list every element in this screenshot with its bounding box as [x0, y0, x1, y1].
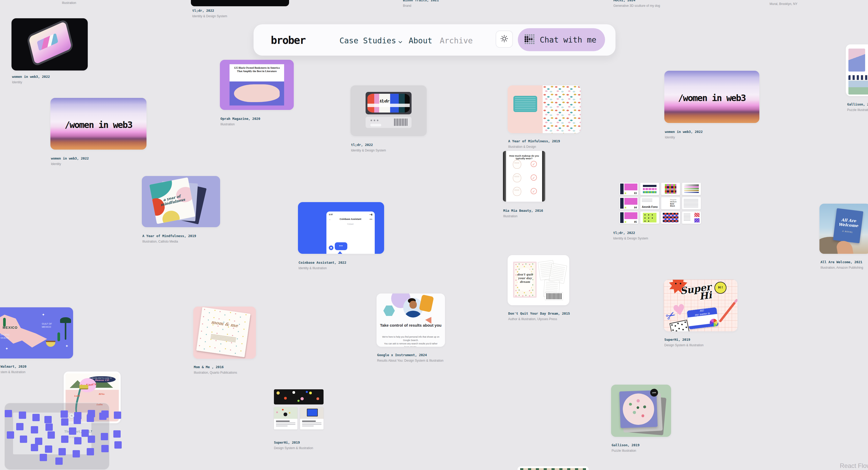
slide-text-layout: [682, 197, 701, 210]
project-card-mia-mia-beauty[interactable]: How much makeup do you typically wear? ✓…: [503, 151, 546, 202]
card-label-illustration: Illustration: [62, 1, 76, 5]
project-card-oprah-magazine[interactable]: 125 Black-Owned Bookstores in America Th…: [220, 60, 294, 110]
nav-link-about[interactable]: About: [409, 36, 432, 45]
project-card-mindfulness-book[interactable]: a year of mindfulness: [142, 176, 220, 227]
pen-sticker: [719, 301, 736, 322]
card-title[interactable]: Oprah Magazine, 2020: [220, 117, 260, 121]
minimap-node: [45, 445, 52, 453]
project-card-women-in-web3-gradient[interactable]: /women in web3: [51, 98, 147, 150]
pennant-strip: [520, 468, 586, 470]
project-card-women-in-web3-phone[interactable]: [11, 18, 88, 70]
van-illustration: [80, 385, 88, 389]
project-card-mom-and-me[interactable]: mom & me: [193, 307, 256, 359]
card-title[interactable]: Walmart, 2020: [1, 365, 26, 369]
card-title[interactable]: Mia Mia Beauty, 2016: [503, 209, 543, 213]
card-title[interactable]: women in web3, 2022: [51, 156, 89, 160]
minimap-node: [113, 430, 121, 438]
card-subtitle: Identity & Illustration: [299, 266, 346, 270]
minimap-node: [82, 430, 89, 437]
slide-typeface-name: Aeonik Fono: [640, 197, 659, 210]
project-card-tldr-top-sliver[interactable]: [191, 0, 289, 6]
dot-grid-icon: [524, 33, 535, 46]
minimap-node: [20, 436, 27, 443]
project-card-dont-quit[interactable]: don't quit your day dream: [508, 255, 569, 305]
card-label-year-of-minfulness: A Year of Minfulness, 2019 Illustration …: [508, 139, 560, 149]
card-title[interactable]: Coinbase Assistant, 2022: [299, 260, 346, 264]
card-title[interactable]: women in web3, 2022: [665, 130, 703, 134]
iphone-mockup: [26, 19, 74, 67]
minimap-node: [61, 418, 68, 426]
card-subtitle: Illustration, Quarto Publications: [194, 371, 237, 374]
card-label-gallison-right: Gallison, 2019 Puzzle Illustration: [847, 102, 868, 112]
sparkle: ✦: [42, 313, 45, 317]
nav-link-archive[interactable]: Archive: [440, 36, 473, 45]
chat-button-label: Chat with me: [540, 35, 596, 44]
card-subtitle: Author & Illustration, Ulysses Press: [508, 317, 570, 321]
react-flow-attribution[interactable]: React Flow: [840, 462, 868, 469]
card-title[interactable]: SuperHi, 2019: [664, 338, 704, 342]
project-card-superhi-site[interactable]: [274, 389, 323, 434]
slide-typography-cover: 04: [619, 197, 638, 210]
project-card-all-are-welcome[interactable]: All Are Welcome A NOVEL: [819, 203, 868, 254]
card-subtitle: Illustration: [62, 1, 76, 5]
project-card-walmart-mexico[interactable]: MEXICO GULF OF MEXICO PACIFIC OCEAN ✦ ✦ …: [0, 307, 73, 358]
map-gulf-label: GULF OF MEXICO: [42, 322, 57, 328]
navbar: brober Case Studies About Archive: [253, 24, 616, 56]
project-card-coinbase-assistant[interactable]: 3:57 ▪▪▮ ← Coinbase Assistant ••• TODAY …: [298, 202, 384, 254]
chat-with-me-button[interactable]: Chat with me: [518, 28, 605, 51]
slide-pattern-mosaic: [661, 212, 680, 224]
card-title[interactable]: Google x Instrument, 2024: [377, 353, 443, 357]
card-label-tldr-top: tl;dr, 2022 Identity & Design System: [192, 9, 227, 18]
card-subtitle: Design System & Illustration: [664, 343, 704, 347]
minimap-node: [87, 415, 94, 422]
card-title[interactable]: tl;dr, 2022: [351, 143, 386, 147]
card-title[interactable]: Mochi, 2024: [613, 0, 660, 2]
card-subtitle: Identity: [665, 135, 703, 139]
quiz-question: How much makeup do you typically wear?: [508, 155, 540, 160]
sun-icon: [500, 34, 508, 44]
book-cover-title: mom & me: [205, 319, 244, 329]
sparkle: ✦: [65, 344, 68, 348]
react-flow-canvas[interactable]: Illustration tl;dr, 2022 Identity & Desi…: [0, 0, 868, 470]
project-card-google-instrument[interactable]: Take control of results about you We're …: [377, 293, 445, 347]
minimap-node: [114, 411, 121, 419]
card-title[interactable]: Gallison, 2019: [847, 102, 868, 106]
project-card-tldr-brand-slides[interactable]: 03 04 Aeonik Fono Regular Mediu: [619, 183, 701, 223]
card-title[interactable]: women in web3, 2022: [12, 75, 50, 79]
us-map-illustration: [229, 82, 284, 105]
card-title[interactable]: All Are Welcome, 2021: [820, 260, 863, 264]
quiz-option-row: ✓: [511, 160, 537, 169]
card-label-dont-quit: Don't Quit Your Day Dream, 2015 Author &…: [508, 312, 570, 321]
project-card-bottom-sliver[interactable]: [518, 466, 589, 470]
project-card-gallison-right[interactable]: [846, 44, 868, 96]
phone-bezel: [503, 151, 506, 201]
face-sketch: [513, 187, 521, 196]
logo[interactable]: brober: [271, 34, 306, 46]
nav-link-case-studies[interactable]: Case Studies: [339, 36, 402, 45]
card-label-superhi-site: SuperHi, 2019 Design System & Illustrati…: [274, 440, 313, 450]
slide-colors-cover: 03: [619, 183, 638, 195]
card-title[interactable]: Bison Trails, 2021: [403, 0, 439, 2]
project-card-superhi-stickers[interactable]: Super Hi H ! ♥ HI! my name is ✂: [664, 280, 738, 331]
card-title[interactable]: A Year of Mindfulness, 2019: [142, 234, 196, 238]
card-title[interactable]: A Year of Minfulness, 2019: [508, 139, 560, 143]
card-label-gallison-puzzle: Gallison, 2019 Puzzle Illustration: [612, 443, 640, 452]
theme-toggle-button[interactable]: [496, 31, 513, 48]
project-card-gallison-puzzle[interactable]: 1000: [611, 385, 671, 437]
results-body: We're here to help you find personal inf…: [382, 335, 439, 342]
minimap-node: [19, 411, 26, 419]
card-subtitle: Illustration, Callisto Media: [142, 240, 196, 243]
project-card-women-in-web3-gradient-2[interactable]: /women in web3: [664, 71, 760, 123]
card-title[interactable]: Mom & Me , 2016: [194, 365, 237, 369]
storefront-illustration: [848, 75, 868, 95]
card-title[interactable]: Gallison, 2019: [612, 443, 640, 447]
card-title[interactable]: Don't Quit Your Day Dream, 2015: [508, 312, 570, 315]
minimap-node: [59, 448, 66, 456]
minimap-node: [114, 441, 122, 448]
card-title[interactable]: SuperHi, 2019: [274, 440, 313, 444]
project-card-tldr-tv[interactable]: tl;dr: [350, 85, 427, 136]
card-title[interactable]: tl;dr, 2022: [192, 9, 227, 12]
card-title[interactable]: tl;dr, 2022: [613, 231, 648, 235]
project-card-year-of-minfulness[interactable]: [508, 85, 581, 133]
card-subtitle: Illustration, Amazon Publishing: [820, 266, 863, 270]
